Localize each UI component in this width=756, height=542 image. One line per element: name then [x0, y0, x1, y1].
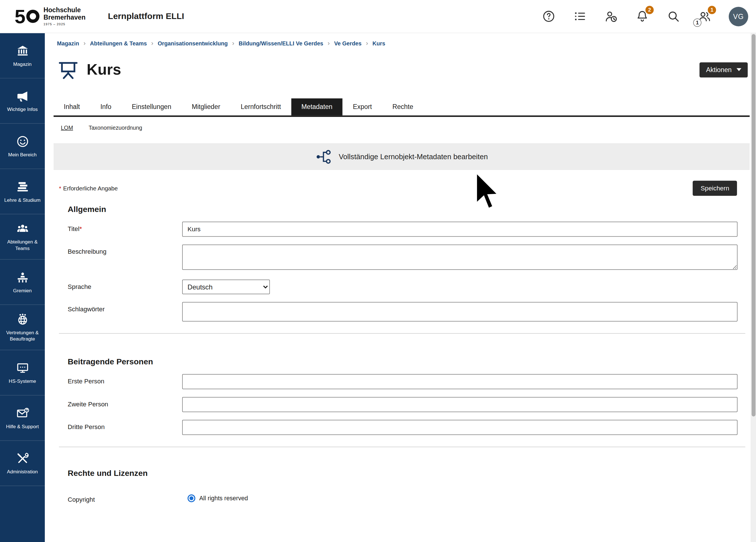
schlagwoerter-label: Schlagwörter — [68, 302, 182, 322]
schlagwoerter-input[interactable] — [182, 302, 738, 322]
section-divider — [59, 333, 745, 334]
titel-label: Titel* — [68, 222, 182, 237]
sidebar-item-vertretungen[interactable]: Vertretungen & Beauftragte — [0, 305, 45, 350]
tab-metadaten[interactable]: Metadaten — [291, 98, 343, 115]
sidebar-item-administration[interactable]: Administration — [0, 441, 45, 486]
tab-lernfortschritt[interactable]: Lernfortschritt — [230, 98, 291, 115]
app-title: Lernplattform ELLI — [108, 11, 184, 21]
main-content: Magazin › Abteilungen & Teams › Organisa… — [45, 33, 751, 542]
form-row-copyright: Copyright All rights reserved — [68, 492, 738, 503]
dritte-person-input[interactable] — [182, 420, 738, 435]
form-row-sprache: Sprache Deutsch — [68, 280, 738, 294]
help-button[interactable] — [542, 9, 555, 23]
course-board-icon — [58, 59, 79, 81]
section-divider — [59, 447, 745, 447]
subtab-lom[interactable]: LOM — [61, 125, 73, 131]
sidebar-item-mein-bereich[interactable]: Mein Bereich — [0, 124, 45, 169]
user-clock-button[interactable] — [604, 9, 618, 23]
contacts-badge: 1 — [708, 6, 716, 14]
zweite-person-label: Zweite Person — [68, 397, 182, 412]
monitor-icon — [16, 361, 29, 374]
zweite-person-input[interactable] — [182, 397, 738, 412]
beitragende-rows: Erste Person Zweite Person Dritte Person — [68, 374, 738, 435]
tab-inhalt[interactable]: Inhalt — [54, 98, 90, 115]
people-icon — [16, 222, 29, 235]
notifications-button[interactable]: 2 — [635, 9, 649, 23]
section-heading-rechte: Rechte und Lizenzen — [68, 469, 751, 478]
hsb-logo[interactable]: 5 Hochschule Bremerhaven 1975 – 2025 — [14, 7, 85, 26]
form-row-erste-person: Erste Person — [68, 374, 738, 389]
vertical-scrollbar[interactable] — [751, 33, 756, 542]
sidebar-item-hilfe-support[interactable]: Hilfe & Support — [0, 396, 45, 441]
help-icon — [542, 10, 555, 23]
rechte-rows: Copyright All rights reserved — [68, 492, 738, 503]
titel-input[interactable] — [182, 222, 738, 237]
sidebar-item-abteilungen-teams[interactable]: Abteilungen & Teams — [0, 214, 45, 260]
avatar[interactable]: VG — [729, 7, 748, 26]
sidebar-item-hs-systeme[interactable]: HS-Systeme — [0, 350, 45, 396]
sidebar-item-gremien[interactable]: Gremien — [0, 260, 45, 305]
header-icons: 2 1 — [542, 7, 748, 26]
required-note: *Erforderliche Angabe — [59, 185, 118, 192]
sidebar-item-magazin[interactable]: Magazin — [0, 33, 45, 79]
search-button[interactable] — [666, 9, 680, 23]
mail-question-icon — [16, 406, 29, 419]
section-heading-allgemein: Allgemein — [68, 205, 751, 214]
lectern-icon — [16, 271, 29, 284]
speichern-button[interactable]: Speichern — [693, 181, 737, 196]
required-asterisk: * — [59, 185, 61, 192]
list-icon — [573, 10, 586, 23]
aktionen-button[interactable]: Aktionen — [700, 62, 748, 77]
contacts-button[interactable]: 1 1 — [698, 9, 711, 23]
scrollbar-thumb[interactable] — [751, 34, 755, 416]
copyright-label: Copyright — [68, 492, 182, 503]
erste-person-input[interactable] — [182, 374, 738, 389]
tab-bar: Inhalt Info Einstellungen Mitglieder Ler… — [54, 98, 750, 117]
search-icon — [667, 10, 680, 23]
breadcrumb-ve-gerdes[interactable]: Ve Gerdes — [334, 40, 362, 46]
page-title: Kurs — [87, 61, 121, 79]
list-button[interactable] — [573, 9, 587, 23]
sidebar-item-wichtige-infos[interactable]: Wichtige Infos — [0, 78, 45, 124]
sub-tab-bar: LOM Taxonomiezuordnung — [61, 125, 751, 131]
notifications-badge: 2 — [645, 6, 654, 14]
chevron-down-icon — [736, 68, 741, 71]
tab-info[interactable]: Info — [90, 98, 122, 115]
tab-export[interactable]: Export — [343, 98, 382, 115]
user-clock-icon — [604, 10, 617, 23]
logo-50-mark: 5 — [14, 7, 39, 26]
tab-einstellungen[interactable]: Einstellungen — [121, 98, 181, 115]
breadcrumb-separator: › — [328, 39, 330, 47]
breadcrumb-kurs[interactable]: Kurs — [372, 40, 385, 46]
breadcrumb-separator: › — [83, 39, 85, 47]
main-sidebar: Magazin Wichtige Infos Mein Bereich — [0, 33, 45, 542]
copyright-option-label: All rights reserved — [199, 495, 248, 502]
allgemein-rows: Titel* Beschreibung Sprache Deutsch Schl… — [68, 222, 738, 322]
breadcrumb-separator: › — [232, 39, 234, 47]
sidebar-item-lehre-studium[interactable]: Lehre & Studium — [0, 169, 45, 215]
beschreibung-textarea[interactable] — [182, 245, 738, 270]
screen: 5 Hochschule Bremerhaven 1975 – 2025 Ler… — [0, 0, 756, 542]
tab-mitglieder[interactable]: Mitglieder — [182, 98, 231, 115]
edit-full-metadata-link[interactable]: Vollständige Lernobjekt-Metadaten bearbe… — [54, 143, 750, 170]
breadcrumb-magazin[interactable]: Magazin — [57, 40, 79, 46]
breadcrumb-separator: › — [151, 39, 153, 47]
dritte-person-label: Dritte Person — [68, 420, 182, 435]
bank-icon — [16, 44, 29, 57]
erste-person-label: Erste Person — [68, 374, 182, 389]
form-row-dritte-person: Dritte Person — [68, 420, 738, 435]
breadcrumb-abteilungen-teams[interactable]: Abteilungen & Teams — [90, 40, 147, 46]
subtab-taxonomiezuordnung[interactable]: Taxonomiezuordnung — [89, 125, 142, 131]
breadcrumb-bildung-wissen[interactable]: Bildung/Wissen/ELLI Ve Gerdes — [239, 40, 323, 46]
smiley-icon — [16, 135, 29, 148]
sprache-label: Sprache — [68, 280, 182, 294]
form-row-schlagwoerter: Schlagwörter — [68, 302, 738, 322]
breadcrumb-organisationsentwicklung[interactable]: Organisationsentwicklung — [158, 40, 228, 46]
megaphone-icon — [16, 89, 29, 102]
sprache-select[interactable]: Deutsch — [182, 280, 270, 294]
form-toolbar: *Erforderliche Angabe Speichern — [59, 181, 737, 196]
tab-rechte[interactable]: Rechte — [382, 98, 424, 115]
copyright-radio-all-rights[interactable] — [188, 494, 195, 502]
logo-zero-ring — [26, 10, 39, 23]
breadcrumb-separator: › — [366, 39, 368, 47]
